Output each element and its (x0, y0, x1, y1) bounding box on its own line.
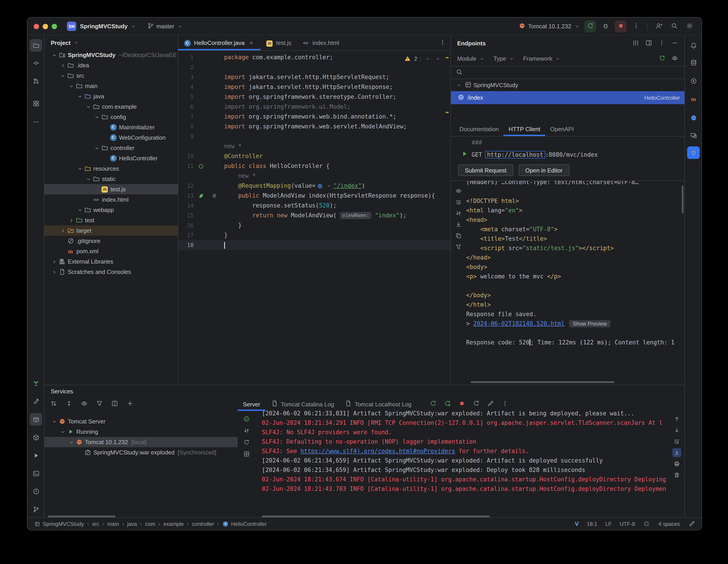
rerun-debug-button[interactable] (444, 400, 451, 408)
vertical-scrollbar[interactable] (682, 185, 684, 213)
leaf-icon[interactable] (197, 192, 204, 199)
devices-tool-button[interactable] (687, 129, 700, 141)
inspection-widget[interactable]: 2 (404, 55, 441, 63)
split-button[interactable] (111, 400, 118, 408)
rerun-button[interactable] (430, 400, 437, 408)
code-line[interactable]: 5import org.springframework.stereotype.C… (178, 92, 450, 102)
previous-warning-icon[interactable] (424, 55, 431, 63)
notifications-tool-button[interactable] (687, 39, 700, 52)
down-button[interactable] (672, 426, 681, 435)
caret-position-widget[interactable]: 18:1 (587, 521, 597, 527)
code-line[interactable]: 6import org.springframework.ui.Model; (178, 102, 450, 112)
copy-button[interactable] (454, 231, 463, 240)
layout-button[interactable] (645, 39, 652, 48)
project-item-hellocontroller[interactable]: CHelloController (44, 153, 178, 163)
project-item-scratches-and-consoles[interactable]: Scratches and Consoles (44, 267, 178, 277)
editor-body[interactable]: 1package com.example.controller;23import… (178, 51, 450, 385)
funnel-button[interactable] (96, 400, 103, 408)
more-v-button[interactable] (501, 400, 509, 408)
zoom-window-button[interactable] (52, 24, 57, 29)
eye-button[interactable] (80, 400, 88, 408)
status-ok-button[interactable] (242, 414, 251, 423)
code-line[interactable]: new * (178, 171, 450, 181)
run-button[interactable] (584, 20, 596, 32)
write-access-icon[interactable] (688, 520, 695, 527)
show-preview-button[interactable]: Show Preview (569, 320, 610, 327)
code-with-me-button[interactable] (653, 20, 665, 32)
project-item-com-example[interactable]: com.example (44, 101, 178, 112)
project-item-static[interactable]: static (44, 174, 178, 184)
vim-mode-widget[interactable]: V (575, 520, 579, 527)
project-item-index-html[interactable]: <>index.html (44, 194, 178, 205)
filter-type[interactable]: Type (493, 55, 515, 62)
code-line[interactable]: 18 (178, 240, 450, 250)
eye-button[interactable] (671, 55, 678, 63)
hide-button[interactable] (671, 39, 678, 48)
endpoints-search-field[interactable] (451, 66, 684, 79)
project-item-webconfiguration[interactable]: CWebConfiguration (44, 132, 178, 143)
settings-button[interactable] (684, 20, 695, 32)
build-tool-button[interactable] (30, 395, 42, 407)
project-item-webapp[interactable]: webapp (44, 205, 178, 215)
project-item-pom-xml[interactable]: mpom.xml (44, 246, 178, 256)
breadcrumb-item[interactable]: src (92, 521, 99, 527)
minimize-window-button[interactable] (43, 24, 48, 29)
up-button[interactable] (672, 414, 681, 423)
project-item--idea[interactable]: .idea (44, 60, 178, 71)
swap-button[interactable] (242, 426, 251, 435)
add-button[interactable] (126, 400, 133, 408)
close-window-button[interactable] (34, 24, 39, 29)
stop-button[interactable] (615, 20, 627, 32)
packages-tool-button[interactable] (30, 431, 42, 444)
code-line[interactable]: 4import jakarta.servlet.http.HttpServlet… (178, 82, 450, 92)
code-line[interactable]: 12 @RequestMapping(value="/index") (178, 181, 450, 191)
project-item-resources[interactable]: resources (44, 163, 178, 174)
service-item-tomcat-server[interactable]: Tomcat Server (44, 416, 238, 427)
filter-module[interactable]: Module (457, 55, 485, 62)
project-item-target[interactable]: target (44, 225, 178, 236)
project-item-config[interactable]: config (44, 112, 178, 122)
more-actions-button[interactable] (630, 20, 642, 32)
code-line[interactable]: 13@ public ModelAndView index(HttpServle… (178, 191, 450, 201)
code-line[interactable]: 17} (178, 230, 450, 240)
request-url-selected[interactable]: http://localhost (485, 151, 545, 158)
server-console[interactable]: [2024-06-02 06:21:33,831] Artifact Sprin… (256, 409, 669, 518)
indent-widget[interactable]: 4 spaces (658, 521, 680, 527)
project-panel-header[interactable]: Project (44, 35, 178, 50)
project-item--gitignore[interactable]: .gitignore (44, 236, 178, 246)
http-request-line[interactable]: GET http://localhost :8080/mvc/index (451, 149, 684, 160)
columns-button[interactable] (632, 39, 639, 48)
code-line[interactable]: new * (178, 141, 450, 151)
endpoints-tool-button[interactable] (687, 146, 700, 159)
tab-hellocontroller-java[interactable]: C HelloController.java (178, 35, 260, 50)
service-item-running[interactable]: Running (44, 427, 238, 437)
more-h-tool-button[interactable] (30, 115, 42, 128)
refresh-button[interactable] (242, 438, 251, 447)
funnel-button[interactable] (454, 242, 463, 251)
tab-index-html[interactable]: <> index.html (297, 35, 344, 50)
scroll-end-button[interactable] (672, 448, 681, 457)
updown-button[interactable] (50, 400, 57, 408)
debug-button[interactable] (600, 20, 611, 32)
project-item-test-js[interactable]: JStest.js (44, 184, 178, 194)
grid-button[interactable] (242, 449, 251, 458)
project-item-src[interactable]: src (44, 71, 178, 81)
tab-documentation[interactable]: Documentation (454, 122, 504, 136)
project-item-springmvcstudy[interactable]: SpringMVCStudy~/Desktop/CS/JavaEE (44, 50, 178, 60)
code-line[interactable]: 8import org.springframework.web.servlet.… (178, 122, 450, 132)
breadcrumb-item[interactable]: controller (192, 521, 214, 527)
filter-framework[interactable]: Framework (523, 55, 561, 62)
print-button[interactable] (672, 459, 681, 468)
commit-tool-button[interactable] (30, 57, 42, 69)
line-separator-widget[interactable]: LF (605, 521, 612, 527)
breadcrumb-item[interactable]: CHelloController (222, 520, 267, 527)
open-in-editor-button[interactable]: Open in Editor (518, 164, 569, 176)
plant-tool-button[interactable] (30, 377, 42, 389)
bean-icon[interactable] (197, 163, 204, 170)
endpoints-module-group[interactable]: SpringMVCStudy (451, 79, 684, 91)
breadcrumb-item[interactable]: main (107, 521, 119, 527)
search-everywhere-button[interactable] (668, 20, 680, 32)
horizontal-scrollbar[interactable] (48, 516, 115, 517)
submit-request-button[interactable]: Submit Request (458, 164, 513, 176)
project-item-external-libraries[interactable]: External Libraries (44, 256, 178, 267)
